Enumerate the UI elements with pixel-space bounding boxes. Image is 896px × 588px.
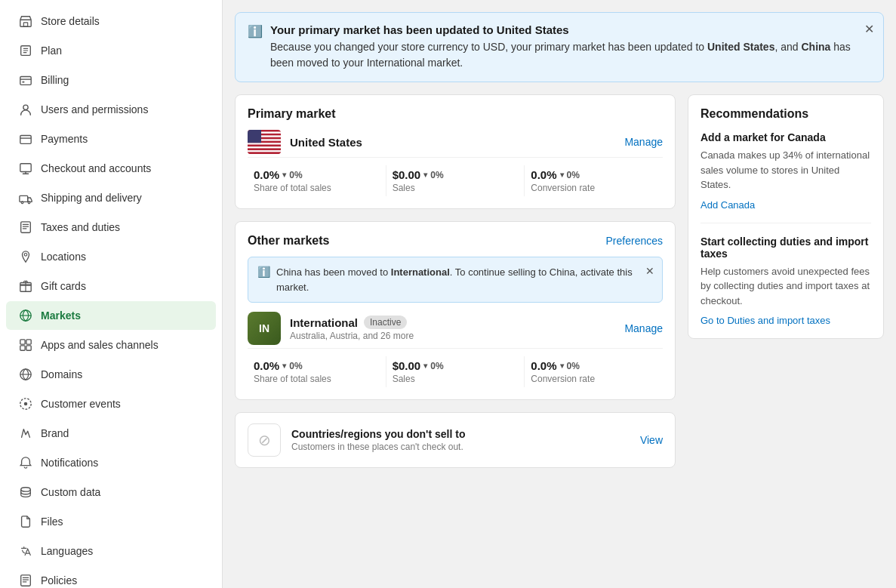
sidebar-label-languages: Languages [41, 545, 93, 557]
svg-rect-4 [23, 82, 25, 83]
domains-icon [18, 367, 33, 382]
stat-item: 0.0% ▾ 0% Share of total sales [248, 356, 386, 387]
sidebar-label-users-permissions: Users and permissions [41, 103, 148, 115]
rec-item-desc: Canada makes up 34% of international sal… [700, 148, 871, 192]
china-info-banner: ℹ️ China has been moved to International… [248, 257, 663, 303]
sidebar-item-shipping-delivery[interactable]: Shipping and delivery [6, 183, 216, 212]
banner-description: Because you changed your store currency … [270, 39, 871, 71]
apps-sales-channels-icon [18, 337, 33, 352]
sidebar-item-plan[interactable]: Plan [6, 36, 216, 65]
sidebar-label-locations: Locations [41, 251, 86, 263]
main-content-area: ℹ️ Your primary market has been updated … [223, 0, 896, 588]
other-markets-card: Other markets Preferences ℹ️ China has b… [235, 221, 676, 400]
countries-info: Countries/regions you don't sell to Cust… [291, 428, 465, 452]
stat-arrow: ▾ [423, 171, 427, 179]
sidebar-label-files: Files [41, 516, 63, 528]
banner-desc-prefix: Because you changed your store currency … [270, 41, 707, 53]
sidebar-item-store-details[interactable]: Store details [6, 7, 216, 35]
stat-value: $0.00 ▾ 0% [393, 359, 519, 372]
svg-rect-0 [20, 20, 31, 26]
inactive-badge: Inactive [364, 316, 407, 329]
sidebar-item-markets[interactable]: Markets [6, 301, 216, 330]
china-info-close[interactable]: ✕ [645, 265, 654, 277]
svg-rect-35 [248, 149, 281, 150]
countries-icon: ⊘ [248, 423, 281, 457]
sidebar-label-notifications: Notifications [41, 457, 98, 469]
banner-strong1: United States [707, 41, 774, 53]
primary-market-card: Primary market [235, 94, 676, 209]
sidebar-item-checkout-accounts[interactable]: Checkout and accounts [6, 154, 216, 183]
stat-arrow: ▾ [282, 171, 286, 179]
stat-item: 0.0% ▾ 0% Share of total sales [248, 165, 386, 196]
stat-change: 0% [289, 361, 302, 371]
stat-value: $0.00 ▾ 0% [393, 168, 519, 181]
svg-rect-6 [20, 136, 31, 144]
locations-icon [18, 249, 33, 264]
international-badge: IN [248, 312, 281, 345]
notification-banner: ℹ️ Your primary market has been updated … [235, 12, 884, 82]
sidebar-item-users-permissions[interactable]: Users and permissions [6, 95, 216, 124]
files-icon [18, 514, 33, 529]
sidebar-item-apps-sales-channels[interactable]: Apps and sales channels [6, 331, 216, 359]
international-stats-row: 0.0% ▾ 0% Share of total sales $0.00 ▾ 0… [248, 348, 663, 387]
international-market-section: IN International Inactive Australia, Aus… [248, 312, 663, 387]
sidebar-item-taxes-duties[interactable]: Taxes and duties [6, 213, 216, 242]
international-name: International [290, 316, 358, 329]
sidebar-item-policies[interactable]: Policies [6, 566, 216, 588]
stat-value: 0.0% ▾ 0% [531, 359, 657, 372]
us-manage-link[interactable]: Manage [624, 136, 663, 148]
banner-strong2: China [801, 41, 830, 53]
sidebar-label-markets: Markets [41, 309, 81, 322]
main-column: Primary market [235, 94, 676, 468]
primary-market-title: Primary market [248, 107, 336, 121]
international-manage-link[interactable]: Manage [624, 322, 663, 334]
international-subtitle: Australia, Austria, and 26 more [290, 331, 414, 341]
sidebar-label-shipping-delivery: Shipping and delivery [41, 192, 142, 204]
svg-rect-7 [20, 164, 31, 172]
rec-item: Add a market for Canada Canada makes up … [700, 131, 871, 223]
sidebar-item-files[interactable]: Files [6, 507, 216, 536]
notifications-icon [18, 455, 33, 470]
shipping-delivery-icon [18, 190, 33, 205]
sidebar-item-brand[interactable]: Brand [6, 419, 216, 448]
rec-item-link[interactable]: Go to Duties and import taxes [700, 315, 830, 326]
sidebar-item-billing[interactable]: Billing [6, 66, 216, 94]
sidebar-item-gift-cards[interactable]: Gift cards [6, 272, 216, 300]
sidebar-item-notifications[interactable]: Notifications [6, 448, 216, 477]
stat-value: 0.0% ▾ 0% [254, 359, 380, 372]
rec-item-link[interactable]: Add Canada [700, 199, 755, 211]
sidebar-item-customer-events[interactable]: Customer events [6, 389, 216, 418]
sidebar-label-custom-data: Custom data [41, 486, 100, 498]
checkout-accounts-icon [18, 161, 33, 176]
sidebar-label-billing: Billing [41, 74, 69, 86]
us-market-name: United States [290, 136, 362, 149]
international-info: International Inactive Australia, Austri… [290, 316, 414, 341]
sidebar-item-languages[interactable]: Languages [6, 537, 216, 565]
sidebar-item-custom-data[interactable]: Custom data [6, 478, 216, 506]
sidebar-label-customer-events: Customer events [41, 398, 121, 410]
stat-arrow: ▾ [423, 362, 427, 370]
payments-icon [18, 131, 33, 146]
users-permissions-icon [18, 102, 33, 117]
svg-rect-36 [248, 150, 281, 152]
sidebar: Store details Plan Billing Users and per… [0, 0, 223, 588]
stat-change: 0% [430, 361, 443, 371]
sidebar-label-payments: Payments [41, 133, 88, 145]
sidebar-item-locations[interactable]: Locations [6, 242, 216, 271]
us-stats-row: 0.0% ▾ 0% Share of total sales $0.00 ▾ 0… [248, 157, 663, 196]
stat-label: Sales [393, 374, 519, 384]
sidebar-label-brand: Brand [41, 427, 69, 439]
international-left: IN International Inactive Australia, Aus… [248, 312, 414, 345]
countries-view-link[interactable]: View [640, 434, 663, 446]
sidebar-item-domains[interactable]: Domains [6, 360, 216, 389]
stat-arrow: ▾ [282, 362, 286, 370]
customer-events-icon [18, 396, 33, 411]
sidebar-label-domains: Domains [41, 368, 82, 380]
rec-item-title: Add a market for Canada [700, 131, 871, 143]
store-details-icon [18, 14, 33, 29]
sidebar-item-payments[interactable]: Payments [6, 125, 216, 153]
preferences-link[interactable]: Preferences [606, 235, 663, 247]
stat-change: 0% [567, 361, 580, 371]
banner-close-button[interactable]: ✕ [864, 22, 874, 36]
info-icon: ℹ️ [248, 24, 263, 38]
